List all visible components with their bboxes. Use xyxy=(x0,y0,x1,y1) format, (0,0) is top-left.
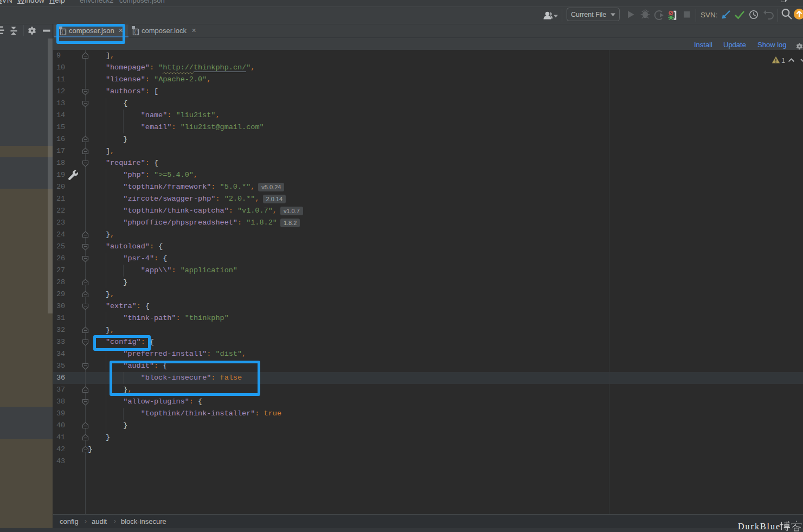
svg-text:Current File: Current File xyxy=(571,11,606,18)
svg-text:1: 1 xyxy=(781,56,785,65)
svg-text:{}: {} xyxy=(134,30,139,35)
svg-text:SVN:: SVN: xyxy=(701,11,718,19)
